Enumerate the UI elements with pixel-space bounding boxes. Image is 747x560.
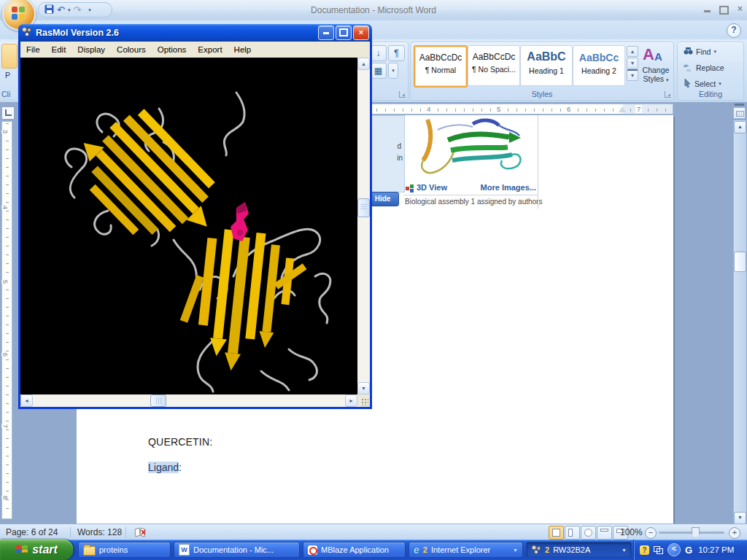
save-icon[interactable] <box>44 4 54 17</box>
change-styles-icon: A <box>643 45 654 64</box>
undo-icon[interactable]: ↶ <box>57 5 65 15</box>
change-styles-button[interactable]: A A Change Styles ▾ <box>640 44 672 83</box>
styles-gallery-down-icon[interactable]: ▼ <box>627 58 638 69</box>
spellcheck-icon[interactable] <box>134 527 147 540</box>
rasmol-scroll-right-icon[interactable]: ► <box>345 394 357 407</box>
clipboard-label-fragment: Cli <box>1 90 10 98</box>
find-button[interactable]: Find▾ <box>684 46 716 58</box>
menu-edit[interactable]: Edit <box>46 43 72 56</box>
tray-g-icon[interactable]: G <box>685 545 692 556</box>
paste-button-fragment[interactable] <box>1 44 18 69</box>
scroll-down-icon[interactable]: ▼ <box>734 512 746 524</box>
sort-icon[interactable]: ↓ <box>370 45 387 61</box>
vertical-ruler[interactable]: 3 4 5 6 7 8 <box>1 121 12 519</box>
rasmol-hscroll-thumb[interactable] <box>150 394 166 407</box>
word-count[interactable]: Words: 128 <box>77 527 122 537</box>
menu-colours[interactable]: Colours <box>111 43 152 56</box>
taskbar-item-rasmol-group[interactable]: 2 RW32B2A ▼ <box>526 542 632 558</box>
molecule-viewport[interactable] <box>20 58 357 394</box>
menu-display[interactable]: Display <box>71 43 111 56</box>
paragraph-dialog-launcher-icon[interactable] <box>399 91 406 98</box>
rasmol-vertical-scrollbar[interactable]: ▲ ▼ <box>357 58 370 394</box>
rasmol-horizontal-scrollbar[interactable]: ◄ ► <box>20 394 357 407</box>
outline-view-icon[interactable] <box>597 526 612 540</box>
zoom-slider-handle[interactable] <box>692 527 700 538</box>
taskbar-item-internet-explorer[interactable]: e 2 Internet Explorer ▼ <box>409 542 523 558</box>
rasmol-menu-bar: File Edit Display Colours Options Export… <box>20 42 370 58</box>
menu-options[interactable]: Options <box>152 43 193 56</box>
rasmol-close-icon[interactable]: × <box>353 26 369 40</box>
rasmol-minimize-icon[interactable] <box>318 26 334 40</box>
word-vertical-scrollbar[interactable]: ▲ ▼ <box>733 102 746 524</box>
scroll-up-icon[interactable]: ▲ <box>734 121 746 133</box>
ruler-toggle-icon[interactable] <box>733 107 746 119</box>
print-layout-view-icon[interactable] <box>549 526 564 540</box>
undo-dropdown-icon[interactable]: ▾ <box>68 7 71 13</box>
menu-export[interactable]: Export <box>192 43 228 56</box>
taskbar-item-proteins[interactable]: proteins <box>78 542 171 558</box>
close-icon[interactable]: × <box>738 4 743 15</box>
style-normal[interactable]: AaBbCcDc ¶ Normal <box>414 45 468 88</box>
styles-group: AaBbCcDc ¶ Normal AaBbCcDc ¶ No Spaci...… <box>410 42 674 101</box>
more-images-link[interactable]: More Images... <box>471 183 536 192</box>
rasmol-window-title: RasMol Version 2.6 <box>36 28 317 38</box>
zoom-out-icon[interactable]: − <box>645 527 657 539</box>
replace-button[interactable]: abac Replace <box>684 62 724 74</box>
paste-label-fragment: P <box>5 71 10 79</box>
folder-icon <box>83 546 96 556</box>
style-heading2[interactable]: AaBbCc Heading 2 <box>573 45 625 86</box>
zoom-level[interactable]: 100% <box>620 527 643 537</box>
pilcrow-icon[interactable]: ¶ <box>388 45 405 61</box>
rasmol-scroll-down-icon[interactable]: ▼ <box>357 382 370 394</box>
scroll-thumb[interactable] <box>734 252 746 272</box>
rasmol-maximize-icon[interactable] <box>336 26 352 40</box>
zoom-in-icon[interactable]: + <box>729 527 740 539</box>
tray-windows-icon[interactable] <box>654 546 663 554</box>
resize-grip[interactable] <box>357 394 370 407</box>
hide-icons-chevron-icon[interactable]: < <box>667 543 681 556</box>
quick-access-toolbar: ↶▾ ↷ ▾ <box>38 2 112 18</box>
ligand-quercetin <box>231 202 249 241</box>
cursor-icon <box>684 79 692 89</box>
redo-icon: ↷ <box>73 5 81 15</box>
internet-explorer-icon: e <box>414 544 419 556</box>
right-indent-marker[interactable] <box>619 106 626 112</box>
3d-view-link[interactable]: 3D View <box>417 183 447 192</box>
rasmol-vscroll-thumb[interactable] <box>357 198 370 217</box>
styles-dialog-launcher-icon[interactable] <box>665 91 671 98</box>
style-heading1[interactable]: AaBbC Heading 1 <box>520 45 573 86</box>
start-button[interactable]: start <box>0 540 73 560</box>
borders-icon[interactable]: ▦ <box>370 63 387 79</box>
minimize-icon[interactable] <box>704 10 711 12</box>
select-button[interactable]: Select▾ <box>684 78 721 90</box>
doc-heading-text: QUERCETIN: <box>148 436 212 448</box>
taskbar-item-documentation[interactable]: W Documentation - Mic... <box>174 542 300 558</box>
word-window-controls: × <box>704 4 743 15</box>
tab-selector[interactable] <box>1 106 15 120</box>
split-handle[interactable] <box>735 104 744 106</box>
styles-gallery-up-icon[interactable]: ▲ <box>627 46 638 57</box>
menu-file[interactable]: File <box>20 43 46 56</box>
clock[interactable]: 10:27 PM <box>698 545 734 554</box>
group-dropdown-icon[interactable]: ▼ <box>622 548 627 553</box>
word-doc-icon: W <box>179 544 190 556</box>
assembly-caption: Biological assembly 1 assigned by author… <box>405 198 542 206</box>
rasmol-title-bar[interactable]: RasMol Version 2.6 × <box>18 24 372 42</box>
qat-customize-icon[interactable]: ▾ <box>88 7 91 13</box>
rasmol-scroll-up-icon[interactable]: ▲ <box>357 58 370 70</box>
menu-help[interactable]: Help <box>228 43 258 56</box>
borders-dropdown-icon[interactable]: ▾ <box>388 63 398 79</box>
group-dropdown-icon[interactable]: ▼ <box>513 548 518 553</box>
start-label: start <box>32 543 58 556</box>
web-layout-view-icon[interactable] <box>581 526 596 540</box>
fullscreen-reading-view-icon[interactable] <box>565 526 580 540</box>
style-no-spacing[interactable]: AaBbCcDc ¶ No Spaci... <box>468 45 520 86</box>
tray-help-icon[interactable]: ? <box>640 545 649 555</box>
styles-gallery-more-icon[interactable]: ▼ <box>627 69 638 81</box>
rasmol-scroll-left-icon[interactable]: ◄ <box>20 394 33 407</box>
word-status-bar: Page: 6 of 24 Words: 128 100% − + <box>0 524 747 540</box>
maximize-icon[interactable] <box>719 6 729 15</box>
help-icon[interactable]: ? <box>727 23 741 38</box>
page-indicator[interactable]: Page: 6 of 24 <box>6 527 58 537</box>
taskbar-item-mblaze[interactable]: MBlaze Application <box>303 542 406 558</box>
